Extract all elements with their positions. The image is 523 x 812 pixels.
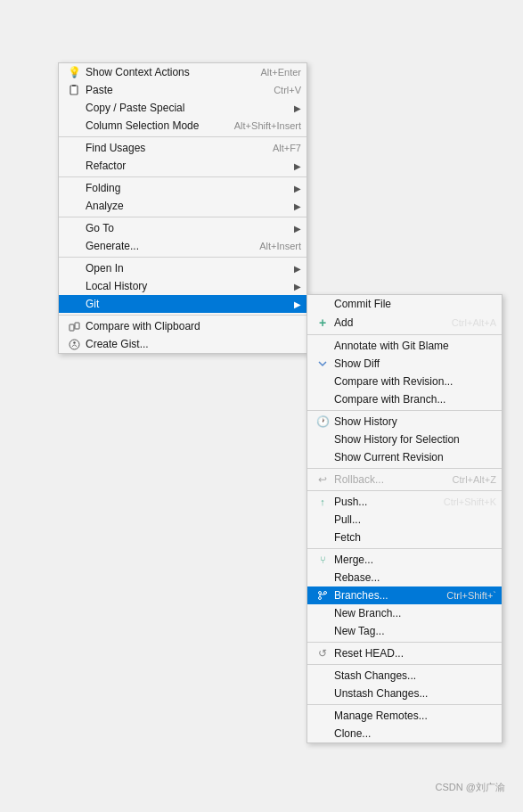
submenu-item-stash-changes[interactable]: Stash Changes... [307,667,502,685]
submenu-item-compare-branch[interactable]: Compare with Branch... [307,390,502,408]
bulb-icon: 💡 [66,66,82,78]
submenu-shortcut: Ctrl+Shift+K [444,496,496,507]
submenu-item-commit-file[interactable]: Commit File [307,295,502,313]
menu-shortcut: Ctrl+V [274,85,301,95]
menu-label: Generate... [86,240,241,252]
menu-label: Copy / Paste Special [86,102,287,114]
submenu-label: Annotate with Git Blame [334,340,496,352]
separator [307,664,502,665]
menu-shortcut: Alt+F7 [273,143,301,153]
menu-item-analyze[interactable]: Analyze ▶ [59,197,306,215]
menu-item-folding[interactable]: Folding ▶ [59,179,306,197]
submenu-item-pull[interactable]: Pull... [307,511,502,529]
menu-label: Folding [86,182,287,194]
separator [307,468,502,469]
submenu-arrow-icon: ▶ [294,201,301,211]
menu-label: Column Selection Mode [86,119,217,132]
submenu-label: Show History [334,415,496,428]
compare-icon [66,321,82,332]
clock-icon: 🕐 [315,415,331,428]
submenu-label: Commit File [334,298,496,310]
menu-label: Show Context Actions [86,66,242,78]
submenu-item-compare-revision[interactable]: Compare with Revision... [307,373,502,390]
submenu-item-show-history-selection[interactable]: Show History for Selection [307,431,502,448]
submenu-label: Show History for Selection [334,433,496,446]
menu-item-show-context-actions[interactable]: 💡 Show Context Actions Alt+Enter [59,63,306,81]
submenu-label: Show Diff [334,357,496,370]
menu-shortcut: Alt+Insert [259,241,301,251]
submenu-item-new-tag[interactable]: New Tag... [307,622,502,640]
separator [307,334,502,335]
submenu-item-show-history[interactable]: 🕐 Show History [307,413,502,431]
git-submenu: Commit File + Add Ctrl+Alt+A Annotate wi… [306,294,503,743]
submenu-item-push[interactable]: ↑ Push... Ctrl+Shift+K [307,493,502,511]
menu-item-git[interactable]: Git ▶ Commit File + Add Ctrl+Alt+A Annot… [59,295,306,313]
submenu-label: Merge... [334,554,496,566]
separator [59,176,306,177]
submenu-arrow-icon: ▶ [294,184,301,193]
menu-item-goto[interactable]: Go To ▶ [59,219,306,237]
menu-item-local-history[interactable]: Local History ▶ [59,277,306,295]
svg-rect-1 [72,85,76,86]
menu-item-generate[interactable]: Generate... Alt+Insert [59,237,306,255]
merge-icon: ⑂ [315,554,331,565]
submenu-item-unstash-changes[interactable]: Unstash Changes... [307,685,502,702]
menu-item-copy-paste-special[interactable]: Copy / Paste Special ▶ [59,99,306,117]
submenu-arrow-icon: ▶ [294,264,301,274]
submenu-label: Reset HEAD... [334,647,496,660]
submenu-item-new-branch[interactable]: New Branch... [307,604,502,622]
menu-item-column-selection[interactable]: Column Selection Mode Alt+Shift+Insert [59,117,306,135]
menu-label: Compare with Clipboard [86,320,301,332]
submenu-label: New Tag... [334,625,496,637]
separator [59,136,306,137]
submenu-label: Unstash Changes... [334,687,496,700]
submenu-label: Show Current Revision [334,451,496,463]
separator [59,257,306,258]
submenu-item-fetch[interactable]: Fetch [307,529,502,546]
submenu-item-show-diff[interactable]: Show Diff [307,355,502,373]
svg-rect-5 [69,324,74,331]
menu-item-compare-clipboard[interactable]: Compare with Clipboard [59,317,306,335]
submenu-label: Compare with Revision... [334,375,496,388]
svg-point-4 [319,597,322,600]
menu-label: Paste [86,84,256,96]
submenu-item-merge[interactable]: ⑂ Merge... [307,551,502,569]
submenu-item-rebase[interactable]: Rebase... [307,569,502,586]
separator [59,315,306,316]
menu-item-refactor[interactable]: Refactor ▶ [59,157,306,175]
menu-label: Analyze [86,200,287,212]
menu-label: Git [86,298,287,310]
separator [307,410,502,411]
submenu-label: Push... [334,496,426,508]
submenu-item-show-current-revision[interactable]: Show Current Revision [307,448,502,466]
menu-item-paste[interactable]: Paste Ctrl+V [59,81,306,99]
submenu-item-reset-head[interactable]: ↺ Reset HEAD... [307,644,502,662]
svg-point-3 [324,592,327,595]
submenu-item-rollback[interactable]: ↩ Rollback... Ctrl+Alt+Z [307,471,502,488]
menu-shortcut: Alt+Shift+Insert [234,120,301,131]
submenu-arrow-icon: ▶ [294,224,301,234]
submenu-label: Pull... [334,513,496,526]
rollback-icon: ↩ [315,473,331,486]
submenu-item-manage-remotes[interactable]: Manage Remotes... [307,707,502,725]
separator [307,548,502,549]
push-icon: ↑ [315,496,331,507]
submenu-item-branches[interactable]: Branches... Ctrl+Shift+` [307,586,502,604]
separator [59,217,306,217]
submenu-arrow-icon: ▶ [294,299,301,309]
submenu-item-add[interactable]: + Add Ctrl+Alt+A [307,313,502,332]
submenu-label: Compare with Branch... [334,393,496,406]
submenu-label: Fetch [334,531,496,544]
svg-point-2 [319,592,322,595]
menu-item-find-usages[interactable]: Find Usages Alt+F7 [59,139,306,157]
menu-label: Find Usages [86,142,255,154]
submenu-label: Manage Remotes... [334,709,496,722]
menu-item-open-in[interactable]: Open In ▶ [59,259,306,277]
submenu-label: Clone... [334,727,496,740]
submenu-item-clone[interactable]: Clone... [307,725,502,742]
menu-shortcut: Alt+Enter [260,67,301,78]
watermark: CSDN @刘广渝 [436,781,505,794]
submenu-shortcut: Ctrl+Alt+A [452,317,496,328]
menu-item-create-gist[interactable]: Create Gist... [59,335,306,353]
submenu-item-annotate[interactable]: Annotate with Git Blame [307,337,502,355]
